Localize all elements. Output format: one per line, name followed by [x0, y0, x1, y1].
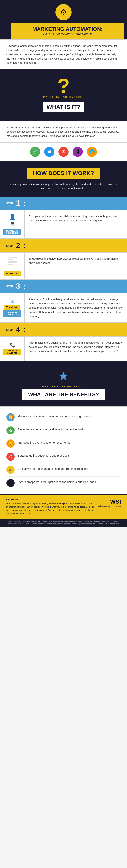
time-icon: ⏰ — [6, 426, 15, 434]
marketing-automation-label: MARKETING AUTOMATION — [4, 96, 123, 98]
intro-text: Nowadays, communication channels are com… — [6, 44, 121, 65]
about-section: ABOUT WSI WSI is the world leader in dig… — [0, 494, 127, 519]
step-4-illustration: 📞 ALERT TO SALES REP — [0, 337, 25, 361]
question-mark-icon: ? — [4, 75, 123, 96]
benefit-item-4: 🎯 Better targeting customers and prospec… — [6, 450, 121, 463]
wsi-tagline: making you look good online — [98, 505, 121, 507]
how-title: HOW DOES IT WORK? — [33, 170, 94, 177]
step-2-text: To download this guide, Bob just complet… — [25, 253, 127, 279]
benefit-item-6: → Steers prospects in the right direct a… — [6, 476, 121, 490]
benefit-text-1: Manages multichannel marketing without b… — [18, 413, 91, 418]
intro-section: Nowadays, communication channels are com… — [0, 39, 127, 69]
header-title-box: MARKETING AUTOMATION: All the Cool Marke… — [10, 22, 125, 39]
step-3-header: STEP 3 : — [0, 280, 127, 293]
step-1-visual: 👤 💻 DOWNLOAD FREE GUIDE — [3, 213, 21, 236]
about-text: WSI is the world leader in digital marke… — [6, 502, 94, 515]
step-1-illustration: 👤 💻 DOWNLOAD FREE GUIDE — [0, 210, 25, 239]
form-line-2 — [7, 259, 14, 260]
benefits-section: ★ WHAT ARE THE BENEFITS? WHAT ARE THE BE… — [0, 363, 127, 406]
step-4-label: STEP — [6, 328, 13, 331]
page-title: MARKETING AUTOMATION: — [15, 26, 120, 32]
how-title-box: HOW DOES IT WORK? — [26, 167, 101, 179]
form-line-3 — [7, 261, 17, 262]
phone-call-icon: 📞 — [10, 342, 15, 348]
step-3-colon: : — [23, 283, 26, 290]
gear-icon: ⚙ — [55, 4, 72, 20]
benefits-title: WHAT ARE THE BENEFITS? — [28, 391, 99, 398]
email-sent-icon: ✉ — [10, 299, 14, 304]
copyright-bar: © 2014 WSI. All Rights Reserved. WSI ICE… — [0, 519, 127, 527]
benefit-text-2: Saves heck a lotta time by eliminating r… — [18, 426, 85, 432]
customer-experience-icon: 😊 — [6, 439, 15, 447]
another-case-study-btn[interactable]: ANOTHER CASE STUDY — [3, 310, 21, 317]
what-is-it-text: It's the stuff dreams are made of! Be it… — [6, 125, 121, 138]
benefit-item-3: 😊 Improves the overall customer experien… — [6, 437, 121, 450]
monitor-icon: 🖥 — [44, 147, 54, 157]
step-2-illustration: DOWNLOAD — [0, 253, 25, 279]
step-4-section: STEP 4 : 📞 ALERT TO SALES REP After rece… — [0, 323, 127, 361]
step-2-number: 2 — [16, 242, 20, 249]
step-1-number: 1 — [16, 199, 20, 207]
step-3-number: 3 — [16, 283, 20, 290]
benefits-box: WHAT ARE THE BENEFITS? — [22, 389, 105, 400]
about-label: ABOUT WSI — [6, 499, 94, 501]
step-4-content: 📞 ALERT TO SALES REP After receiving the… — [0, 336, 127, 361]
how-section: HOW DOES IT WORK? Marketing automation t… — [0, 161, 127, 197]
download-btn-step2[interactable]: DOWNLOAD — [4, 272, 21, 276]
step-4-colon: : — [23, 326, 26, 333]
wsi-logo: WSI — [98, 499, 121, 505]
phone-icon: 📱 — [73, 147, 83, 157]
step-1-label: STEP — [6, 202, 13, 205]
world-icon: 🌐 — [87, 147, 97, 157]
benefit-item-1: 🔀 Manages multichannel marketing without… — [6, 411, 121, 424]
channel-icons-row: 🔗 🖥 ✉ 📱 🌐 — [0, 143, 127, 161]
step-4-text: After receiving the additional info from… — [25, 337, 127, 361]
computer-icon: 💻 — [10, 221, 15, 226]
benefit-text-3: Improves the overall customer experience — [18, 439, 70, 445]
benefits-title-label: WHAT ARE THE BENEFITS? — [4, 385, 123, 388]
error-reduction-icon: ⚠ — [6, 466, 15, 474]
benefit-text-6: Steers prospects in the right direct and… — [18, 479, 96, 484]
what-is-it-description: It's the stuff dreams are made of! Be it… — [0, 121, 127, 143]
star-icon: ★ — [4, 369, 123, 383]
leads-icon: → — [6, 479, 15, 487]
step-3-illustration: ✉ THANK YOU ANOTHER CASE STUDY — [0, 293, 25, 322]
step-1-colon: : — [23, 199, 26, 207]
alert-sales-rep-btn[interactable]: ALERT TO SALES REP — [3, 349, 21, 355]
benefit-item-2: ⏰ Saves heck a lotta time by eliminating… — [6, 424, 121, 437]
step-1-content: 👤 💻 DOWNLOAD FREE GUIDE Bob, your could-… — [0, 210, 127, 239]
copyright-text: © 2014 WSI. All Rights Reserved. WSI ICE… — [7, 521, 120, 525]
step-2-label: STEP — [6, 244, 13, 247]
page-subtitle: All the Cool Marketers Are Doin' It — [15, 32, 120, 36]
email-icon: ✉ — [58, 147, 69, 157]
step-3-label: STEP — [6, 285, 13, 288]
step-3-text: Afterwards, Bob immediately receives a t… — [25, 293, 127, 322]
targeting-icon: 🎯 — [6, 453, 15, 461]
form-line-1 — [7, 257, 17, 258]
download-free-guide-btn[interactable]: DOWNLOAD FREE GUIDE — [3, 228, 21, 236]
multichannel-icon: 🔀 — [6, 413, 15, 421]
what-is-it-title: WHAT IS IT? — [47, 104, 80, 110]
how-description: Marketing automation takes your potentia… — [4, 182, 123, 191]
divider — [0, 361, 127, 363]
share-icon: 🔗 — [30, 147, 40, 157]
benefit-text-4: Better targeting customers and prospects — [18, 453, 70, 458]
benefits-list: 🔀 Manages multichannel marketing without… — [0, 406, 127, 494]
step-3-section: STEP 3 : ✉ THANK YOU ANOTHER CASE STUDY … — [0, 280, 127, 323]
header-section: ⚙ MARKETING AUTOMATION: All the Cool Mar… — [0, 0, 127, 39]
step-2-colon: : — [23, 242, 26, 249]
step-2-header: STEP 2 : — [0, 239, 127, 252]
step-1-text: Bob, your could-be customer, visits your… — [25, 210, 127, 239]
person-icon: 👤 — [9, 213, 16, 220]
thank-you-btn[interactable]: THANK YOU — [4, 305, 20, 310]
benefit-text-5: Cuts down on the chances of human error … — [18, 466, 88, 471]
form-line-4 — [7, 264, 14, 265]
about-content: ABOUT WSI WSI is the world leader in dig… — [6, 499, 94, 515]
step-1-section: STEP 1 : 👤 💻 DOWNLOAD FREE GUIDE Bob, yo… — [0, 196, 127, 239]
what-is-it-section: ? MARKETING AUTOMATION WHAT IS IT? — [0, 69, 127, 121]
step-4-header: STEP 4 : — [0, 323, 127, 336]
what-is-it-title-box: WHAT IS IT? — [42, 101, 85, 113]
step-2-content: DOWNLOAD To download this guide, Bob jus… — [0, 252, 127, 280]
benefit-item-5: ⚠ Cuts down on the chances of human erro… — [6, 463, 121, 476]
step-2-section: STEP 2 : DOWNLOAD To download this guide… — [0, 239, 127, 280]
